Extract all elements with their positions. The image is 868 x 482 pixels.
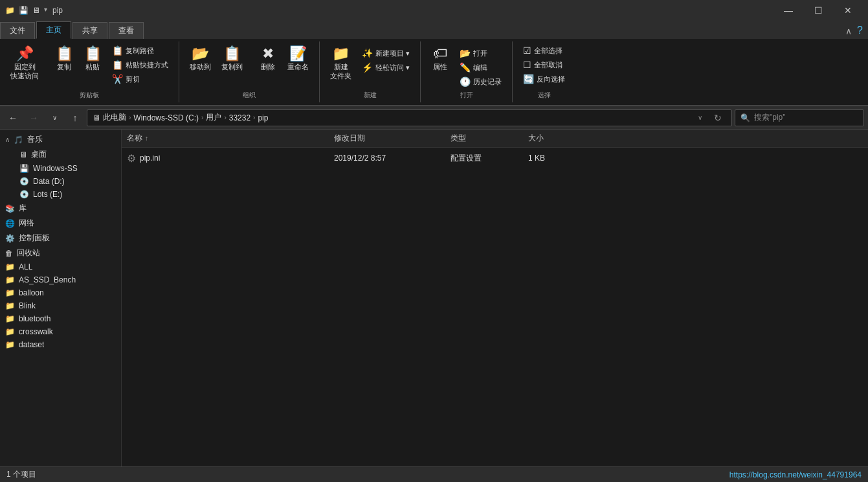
copyto-label: 复制到	[221, 62, 243, 72]
ribbon-group-open: 🏷 属性 📂 打开 ✏️ 编辑 🕐 历史记录	[421, 41, 513, 102]
new-item-button[interactable]: ✨ 新建项目 ▾	[358, 47, 414, 60]
open-label: 打开	[460, 88, 473, 100]
select-label: 选择	[538, 88, 551, 100]
move-to-button[interactable]: 📂 移动到	[186, 44, 215, 75]
paste-button[interactable]: 📋 粘贴	[80, 44, 106, 75]
properties-icon: 🏷	[433, 47, 447, 61]
select-none-button[interactable]: ☐ 全部取消	[519, 58, 569, 71]
lots-e-label: Lots (E:)	[33, 190, 62, 199]
music-icon: 🎵	[14, 135, 23, 144]
col-header-name[interactable]: 名称 ↑	[122, 130, 329, 147]
minimize-button[interactable]: —	[773, 0, 803, 21]
sidebar-item-all[interactable]: 📁 ALL	[0, 260, 121, 273]
table-row[interactable]: ⚙ pip.ini 2019/12/2 8:57 配置设置 1 KB	[122, 149, 868, 167]
sidebar-item-lots-e[interactable]: 💿 Lots (E:)	[0, 188, 121, 201]
col-header-date[interactable]: 修改日期	[329, 130, 445, 147]
network-icon: 🌐	[5, 219, 15, 228]
open-label: 打开	[473, 49, 487, 58]
tab-file[interactable]: 文件	[0, 22, 35, 39]
address-dropdown-btn[interactable]: ∨	[691, 109, 708, 126]
ribbon-help-btn[interactable]: ?	[857, 25, 863, 39]
address-bar[interactable]: 🖥 此电脑 › Windows-SSD (C:) › 用户 › 33232 › …	[87, 109, 732, 126]
maximize-button[interactable]: ☐	[803, 0, 833, 21]
up-button[interactable]: ↑	[66, 109, 84, 127]
delete-button[interactable]: ✖ 删除	[255, 44, 281, 75]
properties-label: 属性	[433, 62, 447, 72]
forward-button[interactable]: →	[25, 109, 43, 127]
sidebar-item-data-d[interactable]: 💿 Data (D:)	[0, 175, 121, 188]
address-refresh-btn[interactable]: ↻	[709, 109, 726, 126]
sidebar-item-music[interactable]: ∧ 🎵 音乐	[0, 132, 121, 147]
breadcrumb-pip[interactable]: pip	[258, 113, 268, 122]
file-type-cell: 配置设置	[445, 153, 523, 164]
open-button[interactable]: 📂 打开	[456, 47, 506, 60]
rename-button[interactable]: 📝 重命名	[284, 44, 313, 75]
app-icon-2: 💾	[19, 6, 28, 15]
easy-access-button[interactable]: ⚡ 轻松访问 ▾	[358, 61, 414, 74]
sidebar-item-balloon[interactable]: 📁 balloon	[0, 286, 121, 299]
copy-path-button[interactable]: 📋 复制路径	[108, 44, 172, 57]
toolbar: ← → ∨ ↑ 🖥 此电脑 › Windows-SSD (C:) › 用户 › …	[0, 106, 868, 130]
close-button[interactable]: ✕	[833, 0, 863, 21]
copy-button[interactable]: 📋 复制	[51, 44, 77, 75]
cut-button[interactable]: ✂️ 剪切	[108, 73, 172, 86]
tab-home[interactable]: 主页	[36, 21, 71, 39]
sidebar-item-crosswalk[interactable]: 📁 crosswalk	[0, 325, 121, 338]
new-folder-button[interactable]: 📁 新建文件夹	[326, 44, 355, 84]
edit-button[interactable]: ✏️ 编辑	[456, 61, 506, 74]
new-item-label: 新建项目 ▾	[375, 49, 410, 58]
ribbon-tabs: 文件 主页 共享 查看 ∧ ?	[0, 21, 868, 39]
tab-view[interactable]: 查看	[109, 22, 144, 39]
breadcrumb-users[interactable]: 用户	[206, 112, 221, 123]
file-icon: ⚙	[127, 152, 136, 165]
file-date-cell: 2019/12/2 8:57	[329, 154, 445, 163]
search-box[interactable]: 🔍 搜索"pip"	[735, 109, 864, 126]
col-header-type[interactable]: 类型	[445, 130, 523, 147]
back-button[interactable]: ←	[4, 109, 22, 127]
breadcrumb-sep-1: ›	[129, 114, 131, 121]
title-bar-app-icons: 📁 💾 🖥 ▾	[5, 6, 47, 15]
sidebar-item-dataset[interactable]: 📁 dataset	[0, 338, 121, 351]
move-icon: 📂	[192, 47, 209, 61]
title-bar-arrow: ▾	[44, 6, 47, 15]
history-button[interactable]: 🕐 历史记录	[456, 75, 506, 88]
up-dropdown-button[interactable]: ∨	[45, 109, 63, 127]
ribbon-collapse-btn[interactable]: ∧	[845, 26, 852, 39]
pin-to-quickaccess-button[interactable]: 📌 固定到快速访问	[6, 44, 43, 84]
invert-select-button[interactable]: 🔄 反向选择	[519, 73, 569, 86]
clipboard-label: 剪贴板	[80, 88, 99, 100]
sidebar-item-recycle[interactable]: 🗑 回收站	[0, 246, 121, 260]
tab-share[interactable]: 共享	[72, 22, 107, 39]
breadcrumb-user[interactable]: 33232	[229, 113, 250, 122]
bluetooth-icon: 📁	[5, 314, 15, 323]
sidebar-item-network[interactable]: 🌐 网络	[0, 216, 121, 231]
organize-label: 组织	[243, 88, 256, 100]
controlpanel-label: 控制面板	[19, 233, 50, 244]
paste-shortcut-icon: 📋	[112, 60, 123, 70]
new-item-icon: ✨	[362, 48, 373, 58]
breadcrumb-computer[interactable]: 此电脑	[103, 112, 126, 123]
sidebar-item-library[interactable]: 📚 库	[0, 201, 121, 216]
select-all-button[interactable]: ☑ 全部选择	[519, 44, 569, 57]
sidebar-item-as-ssd[interactable]: 📁 AS_SSD_Bench	[0, 273, 121, 286]
col-header-size[interactable]: 大小	[523, 130, 588, 147]
select-all-label: 全部选择	[534, 46, 562, 56]
sidebar-item-desktop[interactable]: 🖥 桌面	[0, 147, 121, 162]
copy-to-button[interactable]: 📋 复制到	[217, 44, 247, 75]
blog-link[interactable]: https://blog.csdn.net/weixin_44791964	[729, 470, 862, 479]
sidebar-item-controlpanel[interactable]: ⚙️ 控制面板	[0, 231, 121, 246]
breadcrumb-home-icon: 🖥	[93, 113, 100, 122]
sidebar-item-blink[interactable]: 📁 Blink	[0, 299, 121, 312]
select-items: ☑ 全部选择 ☐ 全部取消 🔄 反向选择	[519, 44, 569, 88]
breadcrumb-drive[interactable]: Windows-SSD (C:)	[133, 113, 199, 122]
paste-shortcut-button[interactable]: 📋 粘贴快捷方式	[108, 58, 172, 71]
easy-access-icon: ⚡	[362, 62, 373, 73]
sidebar-item-windows-ssd[interactable]: 💾 Windows-SS	[0, 162, 121, 175]
sidebar-item-bluetooth[interactable]: 📁 bluetooth	[0, 312, 121, 325]
status-bar: 1 个项目 https://blog.csdn.net/weixin_44791…	[0, 466, 868, 482]
clipboard-items: 📌 固定到快速访问 📋 复制 📋 粘贴 📋 复制路径	[6, 44, 172, 88]
cut-label: 剪切	[126, 75, 140, 84]
properties-button[interactable]: 🏷 属性	[427, 44, 453, 75]
select-all-icon: ☑	[523, 45, 531, 56]
rename-icon: 📝	[289, 47, 307, 61]
